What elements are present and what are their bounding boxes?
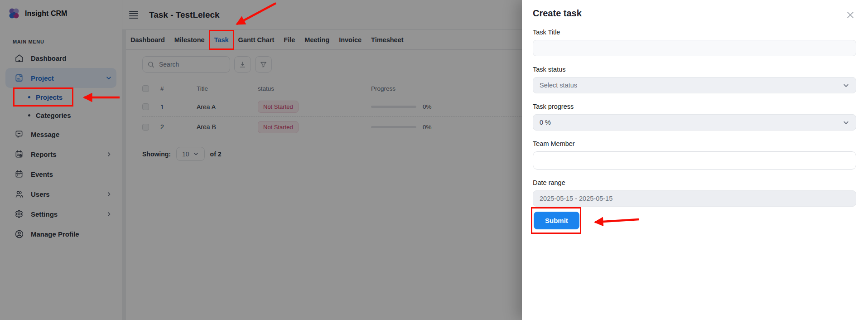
- task-status-label: Task status: [533, 66, 856, 73]
- team-member-label: Team Member: [533, 140, 856, 147]
- task-title-label: Task Title: [533, 29, 856, 36]
- close-icon[interactable]: [844, 9, 856, 21]
- task-progress-value: 0 %: [540, 119, 551, 126]
- task-status-placeholder: Select status: [540, 82, 577, 89]
- app-viewport: Insight CRM MAIN MENU Dashboard Project: [0, 0, 868, 320]
- create-task-drawer: Create task Task Title Task status Selec…: [522, 0, 868, 320]
- submit-button[interactable]: Submit: [534, 212, 579, 229]
- task-status-select[interactable]: Select status: [533, 77, 856, 93]
- annotation-arrow-submit: [589, 216, 641, 228]
- task-title-input[interactable]: [533, 40, 856, 56]
- drawer-title: Create task: [533, 8, 582, 19]
- task-progress-select[interactable]: 0 %: [533, 114, 856, 131]
- chevron-down-icon: [843, 82, 849, 89]
- team-member-input[interactable]: [533, 151, 856, 170]
- date-range-label: Date range: [533, 179, 856, 186]
- date-range-input[interactable]: [533, 190, 856, 207]
- task-progress-label: Task progress: [533, 103, 856, 110]
- chevron-down-icon: [843, 119, 849, 126]
